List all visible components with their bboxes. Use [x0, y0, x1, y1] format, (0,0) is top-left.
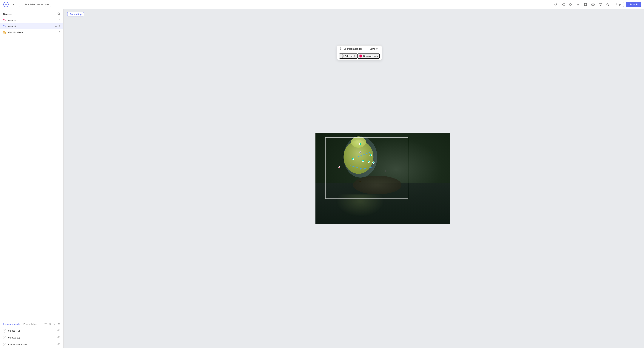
svg-point-24	[58, 344, 59, 345]
instance-item-objectB[interactable]: + objectB (0)	[0, 334, 63, 341]
share-icon[interactable]	[560, 2, 566, 7]
add-icon-objectA[interactable]: +	[3, 329, 6, 333]
svg-rect-9	[571, 5, 572, 6]
submit-button[interactable]: Submit	[626, 2, 641, 7]
svg-point-4	[562, 4, 562, 5]
svg-rect-12	[599, 3, 602, 5]
tag-icon-objectA	[3, 19, 6, 22]
seg-tool-label: Segmentation tool	[340, 47, 363, 50]
instance-item-classifications[interactable]: + Classifications (0)	[0, 341, 63, 348]
add-mask-button[interactable]: + Add mask	[339, 53, 358, 59]
svg-point-22	[58, 330, 59, 331]
svg-point-26	[340, 49, 341, 49]
svg-point-21	[59, 324, 60, 325]
seg-toolbar-top: Segmentation tool Save ↵	[337, 45, 382, 52]
svg-rect-7	[571, 3, 572, 4]
eye-icon-objectB[interactable]	[57, 336, 60, 340]
seg-toolbar-bottom: + Add mask − Remove area	[337, 52, 382, 60]
tab-instance-labels[interactable]: Instance labels	[3, 322, 20, 327]
annotation-instructions-button[interactable]: Annotation instructions	[19, 2, 51, 7]
settings-icon[interactable]	[583, 2, 588, 7]
instance-labels-panel: Instance labels Frame labels	[0, 320, 63, 348]
grid-view-icon[interactable]	[568, 2, 573, 7]
classes-header: Classes	[0, 11, 63, 17]
svg-rect-18	[4, 32, 4, 33]
topbar: Annotation instructions	[0, 0, 644, 9]
main-layout: Classes objectA 1	[0, 9, 644, 348]
filter-icon[interactable]	[44, 323, 47, 326]
pen-tool-icon: ✏	[55, 25, 57, 28]
svg-point-2	[22, 3, 22, 4]
topbar-left: Annotation instructions	[3, 1, 51, 7]
grid-icon-classificationA	[3, 31, 6, 34]
tag-icon-objectB	[3, 25, 6, 28]
eye-icon-classifications[interactable]	[57, 343, 60, 346]
water-reflection	[336, 194, 384, 217]
svg-rect-6	[569, 3, 570, 4]
svg-rect-11	[592, 4, 594, 5]
add-circle-icon: +	[341, 54, 344, 57]
remove-circle-icon: −	[360, 54, 362, 57]
svg-rect-8	[569, 5, 570, 6]
add-icon-objectB[interactable]: +	[3, 336, 6, 340]
segmentation-toolbar: Segmentation tool Save ↵ + Add mask − Re…	[337, 45, 382, 60]
svg-point-3	[564, 3, 564, 4]
image-background	[316, 133, 450, 224]
annotating-badge: Annotating	[67, 12, 84, 16]
visibility-icon[interactable]	[58, 323, 60, 326]
topbar-right: Skip Submit	[553, 2, 641, 7]
tab-frame-labels[interactable]: Frame labels	[23, 322, 38, 327]
sort-icon[interactable]	[49, 323, 52, 326]
info-icon	[21, 3, 23, 6]
svg-rect-17	[5, 31, 6, 32]
svg-point-23	[58, 337, 59, 338]
remove-area-button[interactable]: − Remove area	[358, 53, 380, 59]
back-button[interactable]	[11, 2, 16, 7]
instance-item-objectA[interactable]: + objectA (0)	[0, 327, 63, 334]
svg-point-5	[564, 5, 564, 6]
search-icon[interactable]	[57, 12, 60, 16]
scissor-icon	[340, 47, 342, 50]
skip-button[interactable]: Skip	[613, 2, 624, 7]
svg-point-25	[340, 48, 341, 48]
svg-point-10	[585, 4, 586, 5]
moon-icon[interactable]	[605, 2, 610, 7]
instance-tabs: Instance labels Frame labels	[0, 320, 63, 327]
class-item-objectA[interactable]: objectA 1	[0, 17, 63, 23]
eye-icon-objectA[interactable]	[57, 329, 60, 333]
keyboard-icon[interactable]	[590, 2, 596, 7]
seg-save-button[interactable]: Save ↵	[368, 47, 379, 51]
svg-point-14	[4, 19, 4, 20]
logo	[3, 1, 9, 7]
add-icon-classifications[interactable]: +	[3, 343, 6, 346]
sidebar-top: Classes objectA 1	[0, 9, 63, 320]
display-icon[interactable]	[598, 2, 603, 7]
svg-rect-19	[5, 32, 6, 33]
svg-point-15	[4, 25, 4, 26]
class-item-classificationA[interactable]: classificationA 3	[0, 29, 63, 35]
search-instance-icon[interactable]	[53, 323, 56, 326]
class-item-objectB[interactable]: objectB ✏ 2	[0, 23, 63, 29]
svg-rect-16	[4, 31, 4, 32]
annotation-image[interactable]	[316, 133, 450, 224]
canvas-area: Annotating	[64, 9, 644, 348]
bell-icon[interactable]	[553, 2, 558, 7]
instance-tab-icons	[44, 323, 60, 326]
download-icon[interactable]	[576, 2, 581, 7]
annotation-instructions-label: Annotation instructions	[24, 3, 49, 6]
sidebar: Classes objectA 1	[0, 9, 64, 348]
